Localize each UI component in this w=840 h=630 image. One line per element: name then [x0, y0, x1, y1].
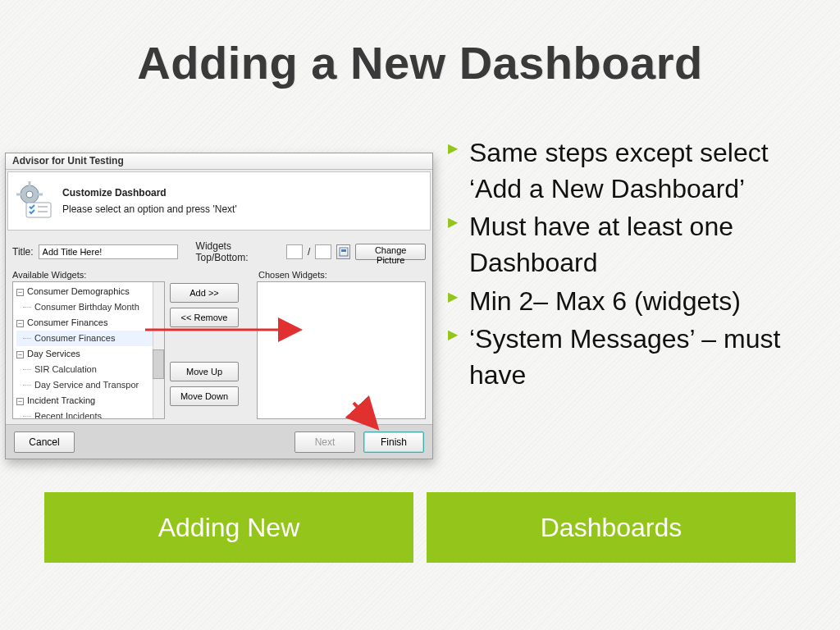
bullet-item: Min 2– Max 6 (widgets) [448, 283, 817, 319]
dialog-header-title: Customize Dashboard [62, 187, 237, 199]
tree-group-label: Day Services [27, 349, 80, 358]
collapse-icon[interactable]: − [16, 398, 24, 405]
svg-rect-6 [26, 203, 51, 217]
svg-point-5 [26, 191, 33, 198]
widgets-area: Available Widgets: −Consumer Demographic… [12, 270, 426, 419]
transfer-buttons-column: Add >> << Remove Move Up Move Down [170, 270, 252, 419]
finish-button[interactable]: Finish [363, 431, 424, 453]
bullet-item: ‘System Messages’ – must have [448, 321, 817, 393]
chosen-widgets-label: Chosen Widgets: [258, 270, 426, 280]
tree-group-label: Consumer Finances [27, 317, 107, 327]
tree-leaf[interactable]: Recent Incidents [16, 409, 164, 419]
next-button[interactable]: Next [294, 431, 355, 453]
dialog-header-text: Customize Dashboard Please select an opt… [62, 187, 237, 215]
banner-adding-new: Adding New [44, 492, 413, 563]
dialog-header: Customize Dashboard Please select an opt… [7, 171, 431, 231]
dialog-header-subtitle: Please select an option and press 'Next' [62, 203, 237, 215]
bullet-list: Same steps except select ‘Add a New Dash… [448, 135, 817, 395]
picture-picker-icon[interactable] [336, 244, 350, 259]
available-widgets-label: Available Widgets: [12, 270, 165, 280]
slide-title: Adding a New Dashboard [0, 0, 840, 89]
chosen-widgets-column: Chosen Widgets: [257, 270, 426, 419]
remove-button[interactable]: << Remove [170, 308, 239, 327]
collapse-icon[interactable]: − [16, 351, 24, 358]
tree-leaf[interactable]: SIR Calculation [16, 362, 164, 377]
bullet-item: Same steps except select ‘Add a New Dash… [448, 135, 817, 207]
dialog-titlebar: Advisor for Unit Testing [6, 153, 432, 170]
dialog-top-row: Title: Widgets Top/Bottom: / Change Pict… [12, 237, 426, 268]
add-button[interactable]: Add >> [170, 283, 239, 303]
slide: Adding a New Dashboard Advisor for Unit … [0, 0, 840, 630]
dialog-body: Title: Widgets Top/Bottom: / Change Pict… [6, 232, 432, 419]
chosen-widgets-list[interactable] [257, 281, 426, 419]
tree-group[interactable]: −Day Services [16, 346, 164, 362]
tree-group-label: Consumer Demographics [27, 286, 130, 296]
tree-leaf[interactable]: Consumer Birthday Month [16, 299, 164, 315]
available-widgets-tree[interactable]: −Consumer DemographicsConsumer Birthday … [12, 281, 165, 419]
bottom-banners: Adding New Dashboards [44, 492, 796, 563]
widgets-top-bottom-label: Widgets Top/Bottom: [196, 240, 281, 263]
move-up-button[interactable]: Move Up [170, 362, 239, 381]
collapse-icon[interactable]: − [16, 320, 24, 327]
customize-dashboard-dialog: Advisor for Unit Testing [5, 153, 433, 459]
collapse-icon[interactable]: − [16, 289, 24, 296]
tree-leaf[interactable]: Consumer Finances [16, 331, 164, 346]
title-label: Title: [12, 246, 34, 258]
move-down-button[interactable]: Move Down [170, 386, 239, 406]
cancel-button[interactable]: Cancel [14, 431, 75, 453]
svg-rect-10 [341, 249, 346, 252]
banner-dashboards: Dashboards [427, 492, 796, 563]
dialog-footer: Cancel Next Finish [6, 424, 432, 459]
gear-checklist-icon [15, 181, 54, 221]
bullet-item: Must have at least one Dashboard [448, 208, 817, 281]
change-picture-button[interactable]: Change Picture [355, 244, 426, 260]
tree-group[interactable]: −Consumer Finances [16, 315, 164, 331]
tree-scroll-thumb[interactable] [153, 349, 164, 379]
widgets-top-input[interactable] [286, 244, 303, 259]
title-input[interactable] [39, 244, 178, 259]
tree-leaf[interactable]: Day Service and Transpor [16, 377, 164, 393]
tree-group-label: Incident Tracking [27, 395, 95, 405]
tree-group[interactable]: −Incident Tracking [16, 393, 164, 409]
tree-group[interactable]: −Consumer Demographics [16, 284, 164, 299]
available-widgets-column: Available Widgets: −Consumer Demographic… [12, 270, 165, 419]
widgets-bottom-input[interactable] [315, 244, 331, 259]
slash-label: / [308, 246, 310, 258]
